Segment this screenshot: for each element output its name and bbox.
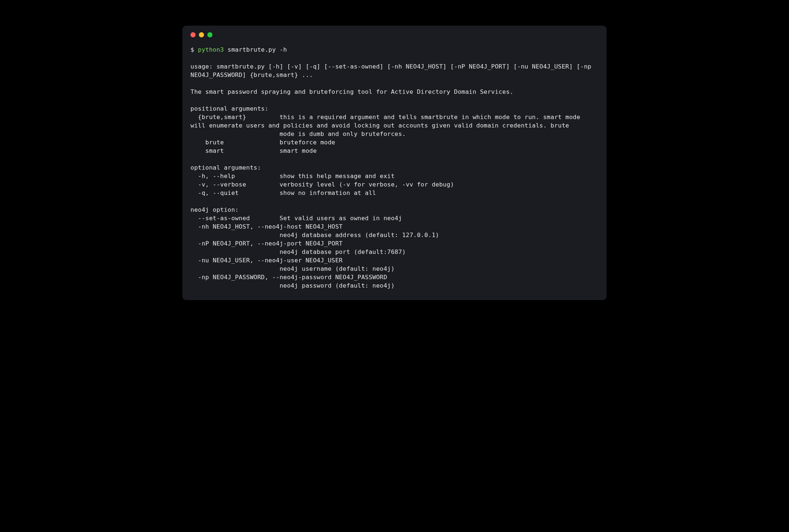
maximize-icon[interactable] [207,32,212,37]
close-icon[interactable] [190,32,196,37]
optional-args-header: optional arguments: [190,164,261,171]
command-executable: python3 [198,46,224,53]
minimize-icon[interactable] [199,32,204,37]
usage-line: usage: smartbrute.py [-h] [-v] [-q] [--s… [190,63,595,78]
prompt-symbol: $ [190,46,198,53]
command-args: smartbrute.py -h [224,46,287,53]
optional-args-block: -h, --help show this help message and ex… [190,173,454,196]
positional-args-header: positional arguments: [190,105,268,112]
terminal-window: $ python3 smartbrute.py -h usage: smartb… [182,26,607,300]
window-controls [190,32,599,37]
neo4j-options-header: neo4j option: [190,206,239,213]
description-line: The smart password spraying and brutefor… [190,88,514,95]
positional-args-block: {brute,smart} this is a required argumen… [190,114,584,154]
neo4j-options-block: --set-as-owned Set valid users as owned … [190,215,439,289]
terminal-content[interactable]: $ python3 smartbrute.py -h usage: smartb… [190,45,599,290]
